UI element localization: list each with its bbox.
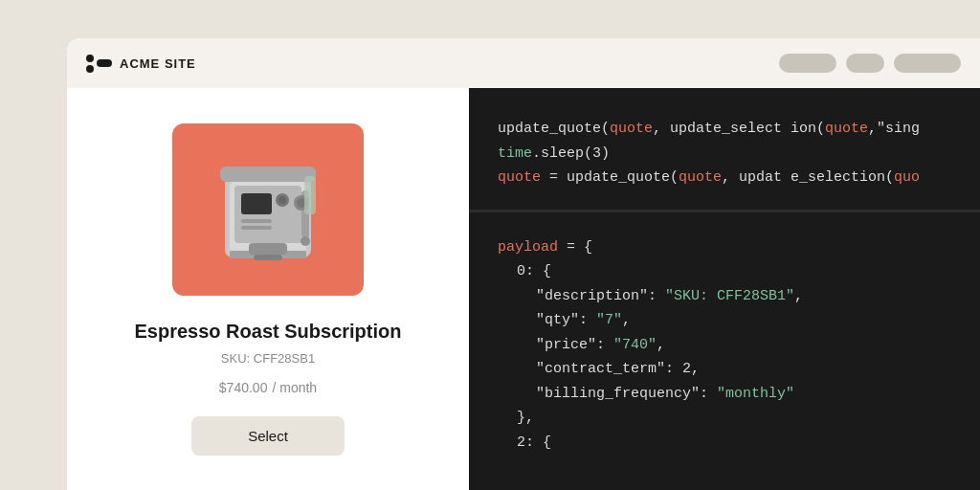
code-contract-key: "contract_term": 2,: [536, 361, 700, 377]
logo-dot-group-left: [86, 55, 94, 73]
code-close-brace: },: [517, 410, 534, 426]
code-text-4: , updat e_selection(: [722, 169, 894, 186]
code-green-1: time: [498, 145, 532, 162]
select-button[interactable]: Select: [191, 416, 345, 456]
code-text-2: , update_select ion(: [653, 121, 825, 137]
code-comma-2: ,: [622, 312, 631, 328]
code-price-line: "price": "740",: [498, 333, 951, 358]
code-billing-key: "billing_frequency":: [536, 386, 717, 402]
code-line-1: update_quote(quote, update_select ion(qu…: [498, 117, 951, 142]
svg-rect-6: [254, 255, 282, 260]
nav-logo: ACME SITE: [86, 55, 196, 73]
svg-point-13: [278, 196, 286, 204]
logo-rect: [97, 59, 112, 67]
code-0: 0: {: [517, 263, 551, 279]
code-keyword-5: quo: [894, 169, 920, 186]
code-text: update_quote(: [498, 121, 610, 137]
code-billing-line: "billing_frequency": "monthly": [498, 382, 951, 407]
product-price: $740.00 / month: [135, 377, 402, 397]
logo-dot-1: [86, 55, 94, 62]
code-2: 2: {: [517, 434, 551, 451]
code-contract-line: "contract_term": 2,: [498, 357, 951, 382]
grid-icon: [86, 55, 112, 73]
code-keyword-3: quote: [498, 169, 541, 186]
code-assign: = update_quote(: [541, 169, 679, 186]
product-panel: Espresso Roast Subscription SKU: CFF28SB…: [67, 88, 469, 490]
code-qty-line: "qty": "7",: [498, 308, 951, 333]
code-keyword-2: quote: [825, 121, 868, 137]
code-comma-1: ,: [794, 288, 803, 304]
code-text-3: ,"sing: [868, 121, 920, 137]
nav-title: ACME SITE: [120, 56, 196, 71]
nav-pill-3: [894, 54, 961, 73]
code-close-line: },: [498, 406, 951, 431]
svg-point-8: [301, 236, 310, 246]
code-payload-var: payload: [498, 239, 558, 256]
code-line-2: time.sleep(3): [498, 142, 951, 167]
product-sku: SKU: CFF28SB1: [135, 351, 402, 366]
svg-rect-16: [304, 176, 316, 214]
logo-dot-2: [86, 65, 94, 73]
price-value: $740.00: [219, 380, 268, 395]
price-period: / month: [272, 380, 317, 395]
product-name: Espresso Roast Subscription: [135, 319, 402, 344]
product-image-wrapper: [172, 123, 364, 296]
code-qty-val: "7": [596, 312, 622, 328]
svg-rect-14: [241, 219, 272, 223]
code-desc-val: "SKU: CFF28SB1": [665, 288, 794, 304]
code-payload-line: payload = {: [498, 235, 951, 260]
code-payload-assign: = {: [558, 239, 592, 256]
nav-pill-1: [779, 54, 836, 73]
code-keyword-1: quote: [610, 121, 653, 137]
code-billing-val: "monthly": [717, 386, 794, 402]
svg-rect-5: [249, 243, 287, 255]
code-price-key: "price":: [536, 337, 613, 353]
nav-pill-2: [846, 54, 884, 73]
code-dot: .sleep(3): [532, 145, 610, 162]
code-desc-key: "description":: [536, 288, 665, 304]
code-comma-3: ,: [657, 337, 665, 353]
code-desc-line: "description": "SKU: CFF28SB1",: [498, 284, 951, 309]
main-content: Espresso Roast Subscription SKU: CFF28SB…: [67, 88, 980, 490]
code-line-3: quote = update_quote(quote, updat e_sele…: [498, 166, 951, 190]
product-card: Espresso Roast Subscription SKU: CFF28SB…: [135, 123, 402, 456]
svg-rect-15: [241, 226, 272, 230]
code-qty-key: "qty":: [536, 312, 596, 328]
code-price-val: "740": [613, 337, 657, 353]
code-top-block: update_quote(quote, update_select ion(qu…: [469, 88, 980, 212]
code-2-line: 2: {: [498, 431, 951, 456]
code-bottom-block: payload = { 0: { "description": "SKU: CF…: [469, 212, 980, 479]
code-panel: update_quote(quote, update_select ion(qu…: [469, 88, 980, 490]
code-0-line: 0: {: [498, 259, 951, 284]
app-window: ACME SITE: [67, 38, 980, 490]
nav-bar: ACME SITE: [67, 38, 980, 88]
svg-rect-3: [220, 167, 316, 182]
espresso-machine-image: [201, 138, 335, 281]
svg-rect-11: [241, 193, 272, 214]
code-keyword-4: quote: [679, 169, 722, 186]
